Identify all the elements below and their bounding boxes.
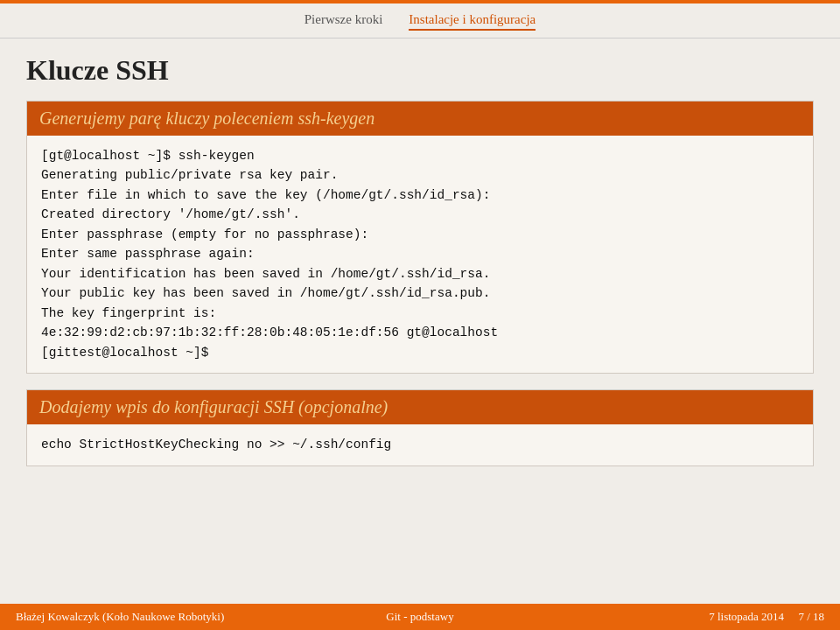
code-line-10: 4e:32:99:d2:cb:97:1b:32:ff:28:0b:48:05:1…	[41, 323, 799, 342]
footer-right: 7 listopada 2014 7 / 18	[555, 610, 824, 624]
code-line-5: Enter passphrase (empty for no passphras…	[41, 225, 799, 244]
top-nav: Pierwsze kroki Instalacje i konfiguracja	[0, 4, 840, 38]
code-line-6: Enter same passphrase again:	[41, 244, 799, 263]
code-line-11: [gittest@localhost ~]$	[41, 343, 799, 362]
footer-left: Błażej Kowalczyk (Koło Naukowe Robotyki)	[16, 610, 285, 624]
nav-item-pierwsze-kroki[interactable]: Pierwsze kroki	[304, 12, 383, 31]
section-keygen-code: [gt@localhost ~]$ ssh-keygen Generating …	[27, 136, 813, 373]
code-line-2: Generating public/private rsa key pair.	[41, 165, 799, 185]
code-line-7: Your identification has been saved in /h…	[41, 264, 799, 284]
code-line-3: Enter file in which to save the key (/ho…	[41, 186, 799, 205]
footer: Błażej Kowalczyk (Koło Naukowe Robotyki)…	[0, 604, 840, 630]
code-line-8: Your public key has been saved in /home/…	[41, 284, 799, 303]
footer-center: Git - podstawy	[285, 610, 555, 624]
code-line-4: Created directory '/home/gt/.ssh'.	[41, 205, 799, 224]
code-line-ssh-1: echo StrictHostKeyChecking no >> ~/.ssh/…	[41, 435, 799, 454]
footer-page: 7 / 18	[798, 610, 824, 623]
nav-item-instalacje[interactable]: Instalacje i konfiguracja	[409, 12, 536, 31]
section-keygen-header: Generujemy parę kluczy poleceniem ssh-ke…	[27, 102, 813, 136]
page-title: Klucze SSH	[26, 54, 814, 87]
section-keygen: Generujemy parę kluczy poleceniem ssh-ke…	[26, 101, 814, 374]
footer-date: 7 listopada 2014	[709, 610, 784, 623]
main-content: Klucze SSH Generujemy parę kluczy polece…	[0, 38, 840, 484]
section-ssh-config-code: echo StrictHostKeyChecking no >> ~/.ssh/…	[27, 424, 813, 465]
section-ssh-config-header: Dodajemy wpis do konfiguracji SSH (opcjo…	[27, 390, 813, 424]
code-line-9: The key fingerprint is:	[41, 304, 799, 323]
section-ssh-config: Dodajemy wpis do konfiguracji SSH (opcjo…	[26, 389, 814, 466]
code-line-1: [gt@localhost ~]$ ssh-keygen	[41, 146, 799, 165]
